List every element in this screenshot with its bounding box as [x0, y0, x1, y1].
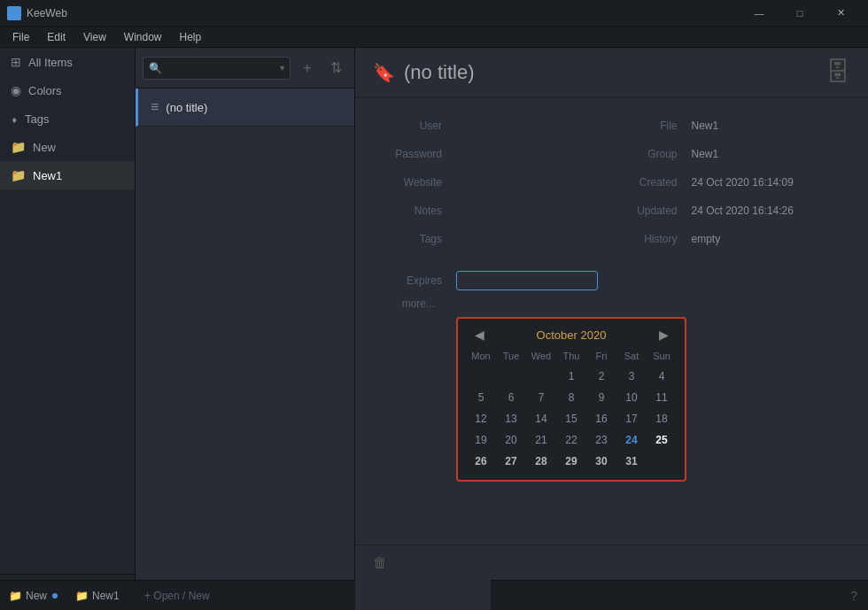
expires-row: Expires [355, 267, 868, 294]
cal-day-26[interactable]: 26 [467, 452, 495, 471]
calendar-prev-button[interactable]: ◀ [470, 328, 488, 342]
menu-edit[interactable]: Edit [38, 29, 74, 45]
cal-day-23[interactable]: 23 [587, 430, 616, 450]
cal-day-9[interactable]: 9 [587, 388, 616, 407]
cal-day-empty-1 [467, 367, 495, 386]
cal-day-19[interactable]: 19 [467, 430, 495, 450]
add-entry-button[interactable]: + [296, 57, 319, 80]
cal-day-1[interactable]: 1 [557, 367, 585, 386]
middle-toolbar: 🔍 ▾ + ⇅ [136, 48, 354, 89]
new-dot [52, 593, 58, 598]
label-website: Website [376, 176, 456, 189]
new-db-label: New [26, 590, 47, 602]
content-footer: 🗑 [355, 544, 868, 580]
cal-day-17[interactable]: 17 [617, 409, 646, 429]
cal-day-30[interactable]: 30 [587, 452, 616, 471]
new1-database-button[interactable]: 📁 New1 [66, 584, 128, 607]
open-new-button[interactable]: + Open / New [136, 584, 219, 607]
fields-area: User Password Website Notes Tags [355, 97, 868, 267]
middle-bottombar: + Open / New [136, 580, 355, 610]
search-box[interactable]: 🔍 ▾ [143, 57, 291, 80]
titlebar-left: KeeWeb [7, 6, 67, 20]
sidebar-item-new1[interactable]: 📁 New1 [0, 161, 135, 189]
entry-item[interactable]: ≡ (no title) [136, 89, 354, 127]
search-icon: 🔍 [149, 62, 162, 74]
help-button[interactable]: ? [850, 589, 857, 603]
cal-day-13[interactable]: 13 [497, 409, 525, 429]
more-link[interactable]: more... [355, 294, 456, 313]
cal-day-31[interactable]: 31 [617, 452, 646, 471]
search-dropdown-icon[interactable]: ▾ [280, 63, 284, 73]
cal-day-2[interactable]: 2 [587, 367, 616, 386]
menu-help[interactable]: Help [171, 29, 211, 45]
field-notes: Notes [376, 197, 612, 225]
delete-entry-button[interactable]: 🗑 [373, 555, 387, 571]
folder-icon-new: 📁 [11, 140, 26, 154]
cal-header-fri: Fri [587, 349, 616, 365]
cal-header-sun: Sun [647, 349, 676, 365]
cal-day-15[interactable]: 15 [557, 409, 585, 429]
close-button[interactable]: ✕ [820, 0, 861, 27]
calendar-nav: ◀ October 2020 ▶ [467, 328, 676, 342]
cal-day-4[interactable]: 4 [647, 367, 676, 386]
cal-day-27[interactable]: 27 [497, 452, 525, 471]
calendar-next-button[interactable]: ▶ [655, 328, 672, 342]
cal-day-7[interactable]: 7 [527, 388, 555, 407]
cal-day-28[interactable]: 28 [527, 452, 555, 471]
content-header: 🔖 (no title) 🗄 [355, 48, 868, 97]
content-title: (no title) [404, 61, 474, 84]
sidebar: ⊞ All Items ◉ Colors ⬧ Tags 📁 New 📁 New1… [0, 48, 136, 610]
cal-day-11[interactable]: 11 [647, 388, 676, 407]
field-user: User [376, 112, 612, 140]
cal-day-22[interactable]: 22 [557, 430, 585, 450]
titlebar-title: KeeWeb [27, 7, 67, 19]
label-tags: Tags [376, 233, 456, 245]
cal-header-mon: Mon [467, 349, 495, 365]
folder-icon-new1: 📁 [11, 168, 26, 182]
sidebar-item-all-items[interactable]: ⊞ All Items [0, 48, 135, 76]
field-updated: Updated 24 Oct 2020 16:14:26 [612, 197, 848, 225]
cal-day-10[interactable]: 10 [617, 388, 646, 407]
label-password: Password [376, 148, 456, 160]
maximize-button[interactable]: □ [779, 0, 820, 27]
entry-icon: ≡ [151, 99, 159, 115]
tag-icon: ⬧ [11, 112, 18, 126]
calendar-month-year: October 2020 [537, 328, 607, 342]
cal-day-3[interactable]: 3 [617, 367, 646, 386]
content-title-area: 🔖 (no title) [373, 61, 474, 84]
value-updated: 24 Oct 2020 16:14:26 [692, 205, 794, 217]
cal-header-sat: Sat [617, 349, 646, 365]
sidebar-item-label-tags: Tags [25, 112, 49, 126]
cal-day-25[interactable]: 25 [647, 430, 676, 450]
cal-day-8[interactable]: 8 [557, 388, 585, 407]
menu-window[interactable]: Window [115, 29, 171, 45]
cal-day-29[interactable]: 29 [557, 452, 585, 471]
menu-file[interactable]: File [4, 29, 38, 45]
cal-day-18[interactable]: 18 [647, 409, 676, 429]
cal-day-24[interactable]: 24 [617, 430, 646, 450]
minimize-button[interactable]: — [739, 0, 779, 27]
search-input[interactable] [166, 62, 280, 74]
cal-day-16[interactable]: 16 [587, 409, 616, 429]
value-created: 24 Oct 2020 16:14:09 [692, 176, 794, 189]
cal-day-20[interactable]: 20 [497, 430, 525, 450]
expires-input[interactable] [456, 271, 598, 290]
sidebar-item-colors[interactable]: ◉ Colors [0, 76, 135, 104]
cal-day-21[interactable]: 21 [527, 430, 555, 450]
menu-view[interactable]: View [74, 29, 115, 45]
label-group: Group [612, 148, 692, 160]
entry-item-title: (no title) [166, 101, 207, 114]
sidebar-item-new[interactable]: 📁 New [0, 133, 135, 161]
content-panel: 🔖 (no title) 🗄 User Password Website [355, 48, 868, 610]
label-expires: Expires [376, 274, 456, 287]
cal-day-6[interactable]: 6 [497, 388, 525, 407]
sort-button[interactable]: ⇅ [324, 57, 347, 80]
new-database-button[interactable]: 📁 New [0, 584, 66, 607]
app-icon [7, 6, 21, 20]
window-controls: — □ ✕ [739, 0, 861, 27]
sidebar-item-label-all-items: All Items [28, 56, 73, 69]
cal-day-12[interactable]: 12 [467, 409, 495, 429]
cal-day-14[interactable]: 14 [527, 409, 555, 429]
sidebar-item-tags[interactable]: ⬧ Tags [0, 104, 135, 133]
cal-day-5[interactable]: 5 [467, 388, 495, 407]
